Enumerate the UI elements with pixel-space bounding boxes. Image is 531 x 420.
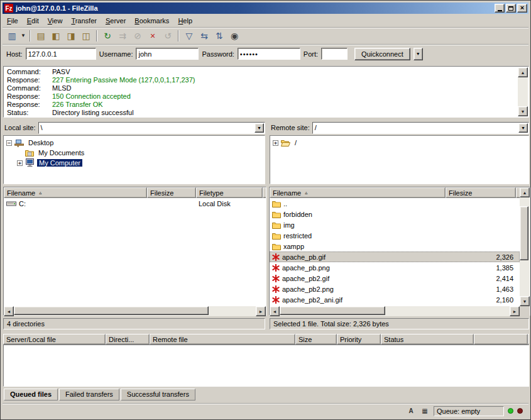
column-header-remote-file[interactable]: Remote file	[150, 334, 295, 345]
remote-site-combo[interactable]: / ▼	[312, 122, 529, 134]
file-row[interactable]: ..	[270, 198, 520, 209]
file-row[interactable]: apache_pb.gif2,326	[270, 251, 520, 262]
toggle-remote-tree-button[interactable]: ◨	[63, 29, 79, 43]
column-header-filename[interactable]: Filename▵	[270, 187, 446, 198]
column-header-directi[interactable]: Directi...	[106, 334, 150, 345]
menu-server[interactable]: Server	[101, 15, 130, 26]
remote-vscrollbar[interactable]: ▲ ▼	[520, 187, 530, 306]
quickconnect-button[interactable]: Quickconnect	[354, 48, 410, 60]
file-row[interactable]: restricted	[270, 230, 520, 241]
remote-site-dropdown-button[interactable]: ▼	[518, 123, 528, 133]
scroll-right-button[interactable]: ►	[510, 306, 520, 316]
column-header-size[interactable]: Size	[295, 334, 337, 345]
expand-icon[interactable]: +	[17, 160, 23, 166]
column-header-server-local-file[interactable]: Server/Local file	[3, 334, 106, 345]
maximize-button[interactable]	[506, 4, 516, 13]
log-scrollbar[interactable]: ▲ ▼	[518, 67, 528, 116]
host-input[interactable]	[26, 48, 96, 60]
tab-successful-transfers[interactable]: Successful transfers	[121, 389, 195, 401]
filter-button[interactable]: ▽	[182, 29, 197, 43]
toggle-local-tree-button[interactable]: ◧	[48, 29, 63, 43]
tree-item-desktop[interactable]: −Desktop	[4, 138, 265, 148]
tree-item-item[interactable]: +/	[270, 138, 528, 148]
password-label: Password:	[202, 50, 234, 58]
reconnect-button[interactable]: ↺	[160, 29, 175, 43]
menu-help[interactable]: Help	[173, 15, 197, 26]
tree-item-my-documents[interactable]: My Documents	[4, 148, 265, 158]
file-row[interactable]: apache_pb2_ani.gif2,160	[270, 294, 520, 305]
scroll-down-button[interactable]: ▼	[518, 106, 528, 116]
site-manager-dropdown-button[interactable]: ▼	[19, 29, 27, 43]
local-site-dropdown-button[interactable]: ▼	[255, 123, 264, 133]
menu-transfer[interactable]: Transfer	[67, 15, 101, 26]
synchronized-browsing-button[interactable]: ⇅	[212, 29, 227, 43]
tree-item-my-computer[interactable]: +My Computer	[4, 158, 265, 168]
file-row[interactable]: apache_pb2.gif2,414	[270, 273, 520, 284]
collapse-icon[interactable]: −	[6, 140, 12, 146]
computer-icon	[25, 158, 35, 167]
file-row[interactable]: forbidden	[270, 209, 520, 219]
column-header-l[interactable]: L	[263, 187, 266, 198]
local-tree[interactable]: −DesktopMy Documents+My Computer	[3, 135, 265, 184]
log-scrollbar-track[interactable]	[518, 77, 528, 106]
remote-tree[interactable]: +/	[270, 135, 529, 184]
scroll-right-button[interactable]: ►	[256, 306, 266, 316]
menu-bookmarks[interactable]: Bookmarks	[130, 15, 173, 26]
column-header-filename[interactable]: Filename▵	[4, 187, 147, 198]
column-header-filetype[interactable]: Filetype	[196, 187, 263, 198]
scroll-up-button[interactable]: ▲	[518, 67, 528, 77]
scrollbar-thumb[interactable]	[280, 306, 385, 315]
remote-list-body[interactable]: ..forbiddenimgrestrictedxamppapache_pb.g…	[270, 198, 520, 306]
find-files-icon: ◉	[231, 31, 238, 40]
toggle-queue-button[interactable]: ◫	[79, 29, 94, 43]
close-button[interactable]: ×	[517, 4, 527, 13]
file-row[interactable]: apache_pb.png1,385	[270, 262, 520, 273]
menu-view[interactable]: View	[43, 15, 67, 26]
process-queue-button[interactable]: ⇉	[115, 29, 130, 43]
scroll-left-button[interactable]: ◄	[270, 306, 280, 316]
column-header-status[interactable]: Status	[381, 334, 474, 345]
menu-edit[interactable]: Edit	[23, 15, 43, 26]
column-header-blank[interactable]	[474, 334, 528, 345]
local-hscrollbar[interactable]: ◄ ►	[4, 306, 266, 316]
remote-hscrollbar[interactable]: ◄ ►	[270, 306, 520, 316]
scroll-left-button[interactable]: ◄	[4, 306, 14, 316]
file-row[interactable]: apache_pb2.png1,463	[270, 284, 520, 294]
refresh-button[interactable]: ↻	[100, 29, 115, 43]
quickconnect-dropdown-button[interactable]: ▼	[413, 48, 423, 60]
find-files-button[interactable]: ◉	[227, 29, 242, 43]
queue-body[interactable]	[3, 345, 529, 387]
file-row[interactable]: img	[270, 219, 520, 230]
username-input[interactable]	[136, 48, 199, 60]
cancel-button[interactable]: ⊘	[130, 29, 145, 43]
password-input[interactable]	[238, 48, 300, 60]
menu-file[interactable]: File	[3, 15, 23, 26]
speed-limits-indicator[interactable]: ▦	[420, 406, 430, 416]
process-queue-icon: ⇉	[119, 31, 126, 40]
column-header-filesize[interactable]: Filesize	[147, 187, 196, 198]
local-list-body[interactable]: C:Local Disk	[4, 198, 266, 306]
scroll-up-button[interactable]: ▲	[520, 187, 530, 197]
transfer-type-indicator[interactable]: A	[406, 406, 416, 416]
scrollbar-thumb[interactable]	[520, 206, 528, 260]
directory-comparison-button[interactable]: ⇆	[197, 29, 212, 43]
local-hscrollbar-track[interactable]	[14, 306, 256, 316]
minimize-button[interactable]	[495, 4, 505, 13]
remote-hscrollbar-track[interactable]	[280, 306, 510, 316]
scroll-down-button[interactable]: ▼	[520, 296, 530, 306]
column-header-priority[interactable]: Priority	[337, 334, 381, 345]
tab-queued-files[interactable]: Queued files	[4, 389, 58, 401]
toggle-message-log-button[interactable]: ▤	[33, 29, 48, 43]
remote-list-header: Filename▵Filesize	[270, 187, 520, 198]
disconnect-button[interactable]: ×	[145, 29, 160, 43]
local-site-combo[interactable]: \ ▼	[38, 122, 265, 134]
scrollbar-thumb[interactable]	[14, 306, 209, 315]
port-input[interactable]	[321, 48, 348, 60]
site-manager-button[interactable]: ▥	[4, 29, 19, 43]
column-header-filesize[interactable]: Filesize	[446, 187, 516, 198]
file-row[interactable]: C:Local Disk	[4, 198, 266, 209]
tab-failed-transfers[interactable]: Failed transfers	[59, 389, 119, 401]
expand-icon[interactable]: +	[273, 140, 278, 146]
file-row[interactable]: xampp	[270, 241, 520, 251]
remote-vscrollbar-track[interactable]	[520, 197, 530, 296]
